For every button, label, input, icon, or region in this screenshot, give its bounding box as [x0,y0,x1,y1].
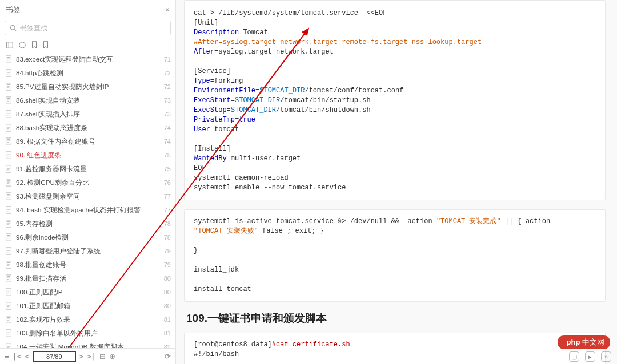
bookmark-item[interactable]: 104.一键安装 MongoDB 数据库脚本82 [0,340,175,348]
svg-rect-57 [6,234,11,241]
bookmark-item[interactable]: 86.shell实现自动安装73 [0,94,175,107]
bookmark-item[interactable]: 98.批量创建账号79 [0,258,175,272]
menu-icon[interactable]: ≡ [5,352,9,361]
bookmark-item[interactable]: 95.内存检测78 [0,217,175,230]
bookmark-label: 94. bash-实现检测apache状态并打钉报警 [16,206,161,215]
code-block-3: [root@centos8 data]#cat certificate.sh #… [184,333,606,364]
search-input[interactable] [20,24,166,32]
bookmark-list[interactable]: 83.expect实现远程登陆自动交互7184.http心跳检测7285.PV过… [0,52,175,348]
svg-rect-21 [6,111,11,118]
bookmark-label: 91.监控服务器网卡流量 [16,165,161,173]
bookmark-item[interactable]: 84.http心跳检测72 [0,66,175,80]
bookmark-label: 101.正则匹配邮箱 [16,302,161,310]
bookmark-item[interactable]: 89. 根据文件内容创建账号74 [0,135,175,148]
bookmark-item[interactable]: 99.批量扫描存活80 [0,272,175,285]
svg-rect-61 [6,248,11,254]
bookmark-add-icon[interactable] [42,41,49,49]
control-next-icon[interactable]: » [601,351,611,362]
bookmark-item[interactable]: 97.判断哪些用户登陆了系统79 [0,244,175,258]
code-block-1: cat > /lib/systemd/system/tomcat.service… [184,0,606,200]
bookmark-item[interactable]: 85.PV过量自动实现防火墙封IP72 [0,80,175,94]
page-indicator[interactable]: 87/89 [33,351,76,362]
search-icon [10,25,17,31]
bookmark-page: 77 [164,193,171,200]
bookmark-page: 82 [164,343,171,348]
zoom-in-icon[interactable]: ⊕ [109,352,115,361]
bookmark-item[interactable]: 87.shell实现插入排序73 [0,107,175,121]
bookmark-page: 81 [164,330,171,337]
bookmark-page: 74 [164,138,171,145]
refresh-icon[interactable]: ⟳ [165,352,171,361]
svg-rect-9 [6,70,11,76]
bookmark-item[interactable]: 96.剩余inode检测78 [0,230,175,244]
bookmark-label: 98.批量创建账号 [16,261,161,269]
bookmark-item[interactable]: 91.监控服务器网卡流量75 [0,162,175,176]
prev-page-icon[interactable]: < [25,352,29,361]
code-content-2: systemctl is-active tomcat.service &> /d… [194,217,596,294]
svg-rect-41 [6,179,11,186]
svg-rect-17 [6,97,11,104]
svg-rect-29 [6,138,11,145]
bookmark-page: 80 [164,302,171,309]
svg-rect-65 [6,261,11,268]
svg-rect-25 [6,124,11,131]
code-block-2: systemctl is-active tomcat.service &> /d… [184,209,606,302]
bookmark-item[interactable]: 92. 检测CPU剩余百分比76 [0,176,175,189]
last-page-icon[interactable]: >| [87,352,96,361]
first-page-icon[interactable]: |< [13,352,22,361]
svg-rect-2 [7,42,13,48]
svg-rect-45 [6,193,11,200]
bookmark-label: 84.http心跳检测 [16,69,161,78]
bookmark-label: 100.正则匹配IP [16,288,161,297]
collapse-icon[interactable] [6,41,14,49]
control-play-icon[interactable]: ▸ [585,351,595,362]
svg-rect-33 [6,152,11,159]
close-icon[interactable]: × [165,5,170,14]
zoom-out-icon[interactable]: ⊟ [99,352,106,361]
bookmark-label: 102.实现布片效果 [16,316,161,324]
bookmark-label: 93.检测磁盘剩余空间 [16,192,161,201]
next-page-icon[interactable]: > [79,352,84,361]
sidebar-title: 书签 [6,5,165,15]
bookmark-page: 79 [164,261,171,268]
bookmark-page: 73 [164,111,171,118]
control-expand-icon[interactable]: ▢ [569,351,579,362]
bookmark-page: 78 [164,220,171,227]
bookmark-item[interactable]: 90. 红色进度条75 [0,148,175,162]
bottom-controls: ▢ ▸ » [569,351,611,362]
bookmark-label: 86.shell实现自动安装 [16,96,161,105]
bookmark-page: 77 [164,207,171,213]
bookmark-page: 71 [164,56,171,63]
bookmark-label: 97.判断哪些用户登陆了系统 [16,247,161,256]
bookmark-label: 85.PV过量自动实现防火墙封IP [16,83,161,91]
sidebar-footer: ≡ |< < 87/89 > >| ⊟ ⊕ ⟳ [0,348,175,364]
svg-rect-5 [6,56,11,63]
bookmark-item[interactable]: 93.检测磁盘剩余空间77 [0,189,175,203]
bookmark-page: 76 [164,179,171,186]
svg-rect-49 [6,207,11,213]
search-box[interactable] [5,21,171,35]
bookmark-page: 75 [164,165,171,172]
bookmark-page: 72 [164,70,171,76]
svg-rect-89 [6,343,11,348]
bookmark-page: 78 [164,234,171,241]
list-icon[interactable] [18,41,26,49]
main-content: cat > /lib/systemd/system/tomcat.service… [176,0,617,364]
code-content-3: [root@centos8 data]#cat certificate.sh #… [194,340,596,359]
svg-rect-77 [6,302,11,309]
svg-rect-81 [6,316,11,323]
bookmark-label: 87.shell实现插入排序 [16,110,161,119]
bookmark-label: 83.expect实现远程登陆自动交互 [16,55,161,64]
bookmark-item[interactable]: 88.bash实现动态进度条74 [0,121,175,135]
bookmark-page: 80 [164,275,171,282]
svg-rect-73 [6,289,11,296]
bookmark-page: 80 [164,289,171,296]
bookmark-item[interactable]: 101.正则匹配邮箱80 [0,299,175,313]
bookmark-icon[interactable] [31,41,38,49]
bookmark-item[interactable]: 102.实现布片效果81 [0,313,175,326]
bookmark-item[interactable]: 103.删除白名单以外的用户81 [0,326,175,340]
bookmark-item[interactable]: 83.expect实现远程登陆自动交互71 [0,52,175,66]
bookmark-label: 95.内存检测 [16,220,161,228]
bookmark-item[interactable]: 100.正则匹配IP80 [0,285,175,299]
bookmark-item[interactable]: 94. bash-实现检测apache状态并打钉报警77 [0,203,175,217]
